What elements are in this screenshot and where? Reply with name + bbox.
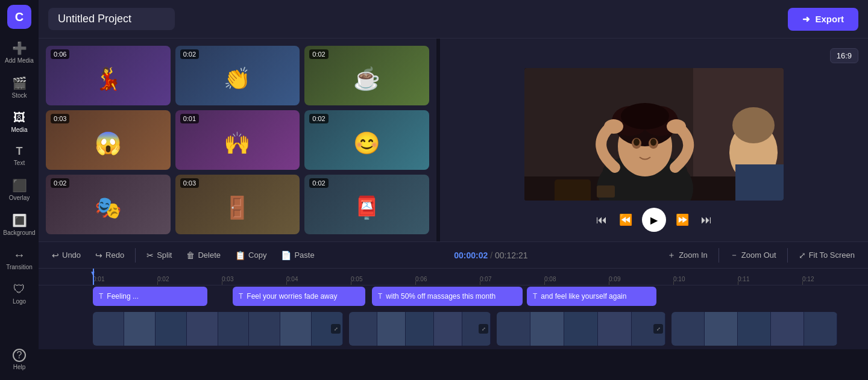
thumb-duration: 0:02 [180, 49, 199, 59]
text-track-label: and feel like yourself again [541, 292, 626, 301]
zoom-in-icon: ＋ [667, 250, 676, 261]
fast-forward-button[interactable]: ⏩ [673, 211, 691, 229]
text-track-label: with 50% off massages this month [386, 292, 495, 301]
paste-button[interactable]: 📄 Paste [275, 248, 320, 263]
sidebar-item-text[interactable]: T Text [2, 140, 36, 171]
split-button[interactable]: ✂ Split [140, 248, 178, 263]
segment-expand-icon[interactable]: ⤢ [653, 324, 663, 334]
delete-button[interactable]: 🗑 Delete [180, 248, 227, 263]
sidebar-item-add-media[interactable]: ➕ Add Media [2, 36, 36, 69]
text-track-icon: T [533, 292, 537, 301]
svg-point-11 [604, 119, 623, 134]
video-frame [93, 312, 124, 346]
fit-screen-button[interactable]: ⤢ Fit To Screen [793, 248, 861, 263]
copy-icon: 📋 [235, 251, 245, 260]
transition-icon: ↔ [13, 248, 25, 262]
video-frame [804, 312, 837, 346]
time-separator: / [490, 251, 495, 260]
video-segment-v1[interactable]: ⤢ [93, 312, 343, 346]
zoom-out-button[interactable]: － Zoom Out [724, 247, 782, 264]
split-label: Split [157, 251, 172, 260]
text-track-label: Feeling ... [107, 292, 139, 301]
logo-icon: 🛡 [13, 282, 25, 296]
redo-label: Redo [105, 251, 124, 260]
svg-point-10 [621, 103, 669, 129]
text-track-item-t4[interactable]: Tand feel like yourself again [527, 287, 656, 306]
svg-point-16 [650, 139, 656, 146]
segment-expand-icon[interactable]: ⤢ [479, 324, 488, 334]
zoom-in-button[interactable]: ＋ Zoom In [661, 247, 714, 264]
sidebar-item-transition[interactable]: ↔ Transition [2, 243, 36, 275]
sidebar-item-background[interactable]: 🔳 Background [2, 208, 36, 241]
thumb-duration: 0:02 [309, 114, 328, 123]
ruler-mark: 0:02 [157, 276, 222, 282]
svg-point-12 [667, 119, 686, 134]
zoom-out-label: Zoom Out [741, 251, 776, 260]
text-track-item-t3[interactable]: Twith 50% off massages this month [372, 287, 523, 306]
playhead-ruler: ▼ [93, 269, 94, 285]
rewind-button[interactable]: ⏪ [617, 211, 635, 229]
help-icon: ? [13, 349, 26, 362]
thumb-duration: 0:02 [51, 178, 69, 188]
video-frame [377, 312, 406, 346]
export-button[interactable]: ➜ Export [788, 8, 858, 31]
playhead-marker: ▼ [90, 270, 96, 276]
ruler-mark: 0:08 [544, 276, 609, 282]
text-track-icon: T [239, 292, 243, 301]
sidebar-item-stock[interactable]: 🎬 Stock [2, 71, 36, 104]
video-segment-v4[interactable] [671, 312, 837, 346]
text-icon: T [16, 145, 23, 158]
media-thumb-9[interactable]: 📮 0:02 Newman GIF [304, 175, 429, 234]
media-thumb-3[interactable]: ☕ 0:02 jerry seinfeld coffee GIF [304, 46, 429, 105]
zoom-in-label: Zoom In [679, 251, 708, 260]
sidebar-item-media[interactable]: 🖼 Media [2, 106, 36, 138]
video-track-content: ⤢⤢⤢ [93, 308, 868, 349]
ruler-mark: 0:01 [93, 276, 157, 282]
video-frame [598, 312, 632, 346]
text-track-label: Feel your worries fade away [247, 292, 337, 301]
sidebar-item-overlay[interactable]: ⬛ Overlay [2, 173, 36, 206]
media-panel: 💃 0:06 elaine benes dancing GIF 👏 0:02 j… [39, 39, 436, 241]
sidebar-item-help[interactable]: ? Help [2, 344, 36, 375]
skip-forward-button[interactable]: ⏭ [699, 211, 714, 229]
preview-frame-svg [524, 68, 784, 201]
media-thumb-8[interactable]: 🚪 0:03 Kramer GIF [175, 175, 300, 234]
sidebar-item-logo[interactable]: 🛡 Logo [2, 278, 36, 310]
paste-label: Paste [294, 251, 314, 260]
fit-screen-label: Fit To Screen [809, 251, 855, 260]
media-thumb-2[interactable]: 👏 0:02 jerry seinfeld applause GIF [175, 46, 300, 105]
undo-button[interactable]: ↩ Undo [46, 248, 87, 263]
video-track-row: ⤢⤢⤢ [39, 308, 868, 349]
media-thumb-4[interactable]: 😱 0:03 shocked seinfeld GIF [46, 110, 171, 170]
media-thumb-6[interactable]: 😊 0:02 Julia Louis Dreyfus Hap... [304, 110, 429, 170]
video-frame [771, 312, 804, 346]
text-track-icon: T [378, 292, 382, 301]
text-track-row: TFeeling ...TFeel your worries fade away… [39, 285, 868, 308]
text-track-item-t2[interactable]: TFeel your worries fade away [233, 287, 365, 306]
redo-button[interactable]: ↪ Redo [89, 248, 130, 263]
ruler-mark: 0:05 [351, 276, 415, 282]
media-thumb-7[interactable]: 🎭 0:02 Seinfeld GIF [46, 175, 171, 234]
video-frame [530, 312, 564, 346]
video-frame [187, 312, 218, 346]
timeline-toolbar: ↩ Undo ↪ Redo ✂ Split 🗑 Delete 📋 Copy 📄 [39, 242, 868, 269]
video-frame [434, 312, 462, 346]
project-title-input[interactable] [48, 8, 175, 30]
play-button[interactable]: ▶ [642, 208, 666, 232]
media-thumb-5[interactable]: 🙌 0:01 Excited George Costanz... [175, 110, 300, 170]
text-track-item-t1[interactable]: TFeeling ... [93, 287, 207, 306]
svg-point-15 [634, 139, 640, 146]
redo-icon: ↪ [95, 251, 102, 260]
segment-expand-icon[interactable]: ⤢ [331, 324, 341, 334]
video-segment-v3[interactable]: ⤢ [497, 312, 665, 346]
stock-icon: 🎬 [12, 76, 27, 90]
video-segment-v2[interactable]: ⤢ [349, 312, 491, 346]
preview-header: 16:9 [450, 48, 858, 63]
media-thumb-1[interactable]: 💃 0:06 elaine benes dancing GIF [46, 46, 171, 105]
thumb-duration: 0:03 [51, 114, 69, 123]
video-frame [124, 312, 156, 346]
copy-button[interactable]: 📋 Copy [229, 248, 272, 263]
delete-label: Delete [198, 251, 221, 260]
undo-label: Undo [62, 251, 81, 260]
skip-back-button[interactable]: ⏮ [594, 211, 609, 229]
